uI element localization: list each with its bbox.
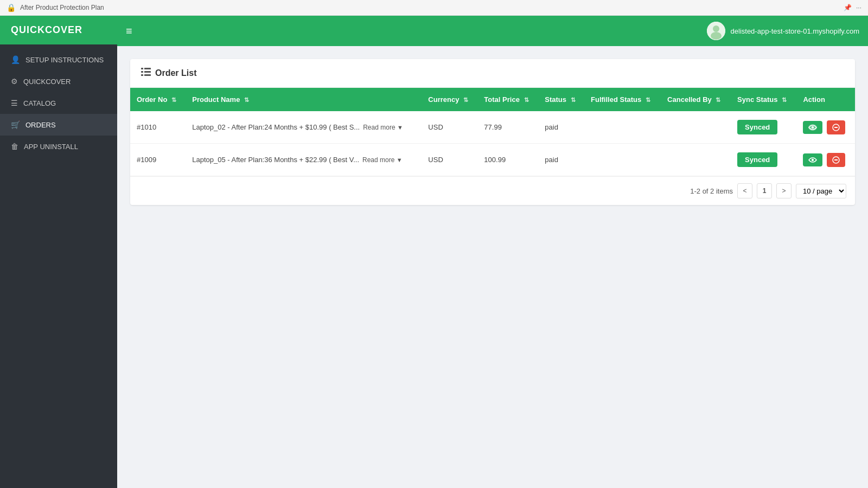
browser-bar: 🔒 After Product Protection Plan 📌 ···	[0, 0, 868, 16]
col-sync-status[interactable]: Sync Status ⇅	[731, 88, 796, 111]
sidebar-item-quickcover[interactable]: ⚙ QUICKCOVER	[0, 70, 117, 92]
col-order-no[interactable]: Order No ⇅	[130, 88, 186, 111]
cart-icon: 🛒	[11, 120, 20, 129]
more-icon: ···	[856, 4, 861, 11]
sidebar: QUICKCOVER 👤 SETUP INSTRUCTIONS ⚙ QUICKC…	[0, 16, 117, 488]
sort-icon: ⇅	[571, 97, 576, 103]
sidebar-item-catalog[interactable]: ☰ CATALOG	[0, 92, 117, 114]
browser-actions: 📌 ···	[844, 4, 861, 11]
read-more-link[interactable]: Read more ▼	[363, 124, 403, 131]
svg-rect-5	[141, 71, 143, 73]
col-fulfilled-status[interactable]: Fulfilled Status ⇅	[584, 88, 661, 111]
gear-icon: ⚙	[11, 77, 18, 86]
svg-point-1	[713, 25, 719, 32]
security-icon: 🔒	[7, 3, 16, 12]
sidebar-item-orders[interactable]: 🛒 ORDERS	[0, 114, 117, 136]
cell-cancelled-by	[661, 111, 731, 144]
read-more-text: Read more	[362, 156, 394, 164]
svg-point-2	[711, 32, 722, 40]
cell-sync-status: Synced	[731, 111, 796, 144]
content-area: Order List Order No ⇅ Product Name ⇅	[117, 46, 868, 488]
prev-page-button[interactable]: <	[737, 183, 752, 198]
username-label: delisted-app-test-store-01.myshopify.com	[731, 27, 859, 35]
order-card-header: Order List	[130, 59, 855, 88]
sidebar-nav: 👤 SETUP INSTRUCTIONS ⚙ QUICKCOVER ☰ CATA…	[0, 44, 117, 488]
pagination-info: 1-2 of 2 items	[690, 187, 733, 195]
cell-fulfilled-status	[584, 111, 661, 144]
cell-product-name: Laptop_05 - After Plan:36 Months + $22.9…	[186, 144, 422, 176]
app-container: QUICKCOVER 👤 SETUP INSTRUCTIONS ⚙ QUICKC…	[0, 16, 868, 488]
user-icon: 👤	[11, 55, 20, 64]
cell-status: paid	[538, 144, 584, 176]
list-header-icon	[141, 68, 151, 79]
topbar-user: delisted-app-test-store-01.myshopify.com	[707, 22, 859, 40]
sidebar-item-label: CATALOG	[23, 99, 56, 107]
trash-icon: 🗑	[11, 142, 18, 151]
avatar	[707, 22, 725, 40]
cancel-button[interactable]	[827, 153, 845, 167]
synced-button[interactable]: Synced	[737, 120, 777, 134]
cell-order-no: #1009	[130, 144, 186, 176]
view-button[interactable]	[803, 121, 822, 134]
cell-total-price: 77.99	[477, 111, 538, 144]
col-currency[interactable]: Currency ⇅	[422, 88, 477, 111]
cell-currency: USD	[422, 144, 477, 176]
svg-rect-4	[144, 68, 151, 69]
next-page-button[interactable]: >	[776, 183, 792, 198]
sidebar-item-app-uninstall[interactable]: 🗑 APP UNINSTALL	[0, 136, 117, 157]
col-total-price[interactable]: Total Price ⇅	[477, 88, 538, 111]
hamburger-button[interactable]: ≡	[126, 25, 132, 37]
cell-action	[796, 111, 855, 144]
current-page-button[interactable]: 1	[757, 183, 772, 198]
col-status[interactable]: Status ⇅	[538, 88, 584, 111]
sort-icon: ⇅	[244, 97, 249, 103]
table-row: #1010 Laptop_02 - After Plan:24 Months +…	[130, 111, 855, 144]
svg-rect-3	[141, 68, 143, 69]
sort-icon: ⇅	[463, 97, 468, 103]
col-cancelled-by[interactable]: Cancelled By ⇅	[661, 88, 731, 111]
page-title: Order List	[155, 68, 196, 78]
sort-icon: ⇅	[171, 97, 176, 103]
svg-point-13	[812, 158, 814, 160]
sort-icon: ⇅	[716, 97, 720, 103]
sidebar-item-label: SETUP INSTRUCTIONS	[25, 56, 104, 64]
cell-total-price: 100.99	[477, 144, 538, 176]
svg-rect-6	[144, 71, 151, 73]
sidebar-item-label: QUICKCOVER	[23, 78, 71, 86]
svg-point-10	[812, 126, 814, 128]
svg-rect-7	[141, 74, 143, 76]
product-name-cell: Laptop_02 - After Plan:24 Months + $10.9…	[192, 123, 415, 131]
product-name-text: Laptop_02 - After Plan:24 Months + $10.9…	[192, 123, 360, 131]
cell-product-name: Laptop_02 - After Plan:24 Months + $10.9…	[186, 111, 422, 144]
sidebar-brand: QUICKCOVER	[0, 16, 117, 44]
col-action: Action	[796, 88, 855, 111]
sidebar-item-label: APP UNINSTALL	[24, 143, 78, 151]
cell-fulfilled-status	[584, 144, 661, 176]
sort-icon: ⇅	[524, 97, 529, 103]
cell-currency: USD	[422, 111, 477, 144]
main-content: ≡ delisted-app-test-store-01.myshopify.c…	[117, 16, 868, 488]
table-header-row: Order No ⇅ Product Name ⇅ Currency ⇅	[130, 88, 855, 111]
dropdown-arrow-icon: ▼	[397, 124, 403, 131]
dropdown-arrow-icon: ▼	[397, 157, 403, 163]
product-name-text: Laptop_05 - After Plan:36 Months + $22.9…	[192, 156, 359, 164]
order-table: Order No ⇅ Product Name ⇅ Currency ⇅	[130, 88, 855, 176]
product-name-cell: Laptop_05 - After Plan:36 Months + $22.9…	[192, 156, 415, 164]
sidebar-item-setup-instructions[interactable]: 👤 SETUP INSTRUCTIONS	[0, 49, 117, 70]
view-button[interactable]	[803, 153, 822, 166]
browser-title: After Product Protection Plan	[20, 4, 839, 11]
list-icon: ☰	[11, 99, 18, 107]
topbar: ≡ delisted-app-test-store-01.myshopify.c…	[117, 16, 868, 46]
cancel-button[interactable]	[827, 120, 845, 134]
col-product-name[interactable]: Product Name ⇅	[186, 88, 422, 111]
cell-cancelled-by	[661, 144, 731, 176]
cell-order-no: #1010	[130, 111, 186, 144]
sort-icon: ⇅	[646, 97, 650, 103]
pin-icon: 📌	[844, 4, 852, 11]
read-more-link[interactable]: Read more ▼	[362, 156, 403, 164]
synced-button[interactable]: Synced	[737, 152, 777, 167]
cell-sync-status: Synced	[731, 144, 796, 176]
per-page-select[interactable]: 10 / page 20 / page 50 / page	[796, 184, 846, 198]
cell-action	[796, 144, 855, 176]
action-cell	[803, 120, 848, 134]
